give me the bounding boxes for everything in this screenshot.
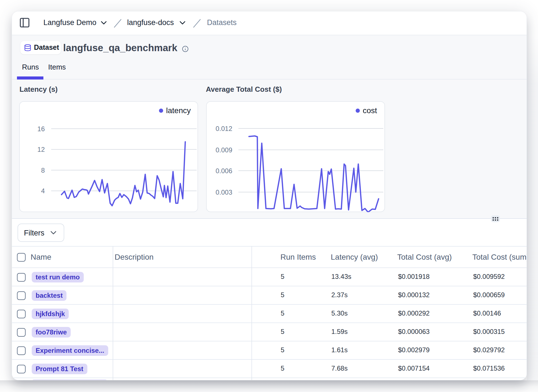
svg-text:16: 16 (37, 125, 45, 133)
svg-text:cost: cost (363, 106, 377, 115)
svg-text:8: 8 (41, 167, 45, 174)
svg-text:0.009: 0.009 (216, 146, 232, 154)
svg-text:latency: latency (166, 106, 191, 115)
svg-text:4: 4 (41, 187, 45, 195)
svg-text:0.012: 0.012 (216, 125, 232, 132)
svg-text:0.006: 0.006 (216, 167, 232, 175)
svg-text:0.003: 0.003 (216, 188, 232, 196)
svg-text:12: 12 (37, 146, 45, 153)
